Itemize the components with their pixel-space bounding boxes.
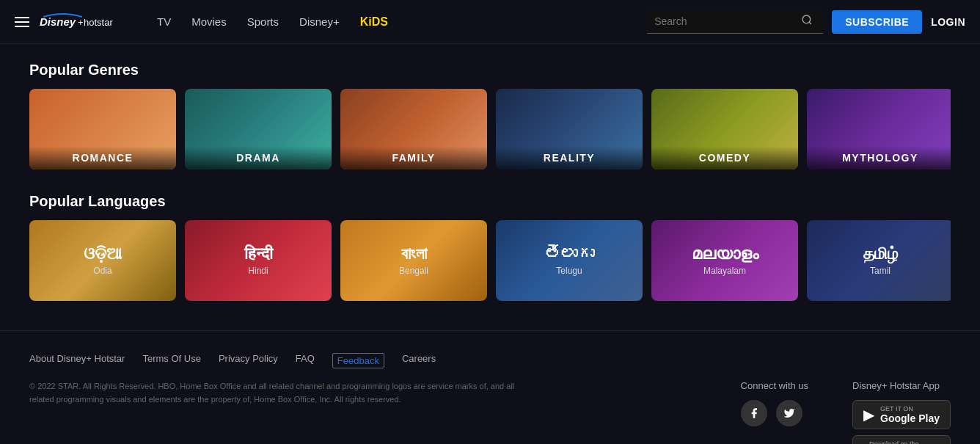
connect-section: Connect with us [741, 380, 809, 444]
svg-text:hotstar: hotstar [84, 17, 113, 28]
lang-english-tamil: Tamil [870, 266, 891, 276]
genre-label-mythology: MYTHOLOGY [807, 146, 951, 170]
lang-english-telugu: Telugu [556, 266, 582, 276]
app-store-small: Download on the [869, 440, 919, 444]
login-button[interactable]: LOGIN [931, 16, 965, 28]
twitter-icon[interactable] [776, 400, 802, 426]
header-right: SUBSCRIBE LOGIN [647, 10, 965, 34]
popular-genres-section: Popular Genres ROMANCE DRAMA FAMILY REAL… [29, 62, 951, 170]
genre-label-reality: REALITY [496, 146, 643, 170]
lang-card-bengali[interactable]: বাংলা Bengali [340, 220, 487, 301]
nav-kids[interactable]: KiDS [360, 15, 388, 29]
lang-english-bengali: Bengali [399, 266, 428, 276]
genres-section-title: Popular Genres [29, 62, 951, 79]
app-store-text: Download on the App Store [869, 440, 919, 444]
lang-native-tamil: தமிழ் [863, 245, 898, 263]
google-play-small: GET IT ON [880, 405, 940, 412]
genre-label-drama: DRAMA [185, 146, 332, 170]
header: Disney + hotstar TV Movies Sports Disney… [0, 0, 980, 44]
app-title: Disney+ Hotstar App [852, 380, 951, 391]
google-play-large: Google Play [880, 412, 940, 424]
language-grid: ଓଡ଼ିଆ Odia हिन्दी Hindi বাংলা Bengali తె… [29, 220, 951, 301]
svg-point-3 [802, 15, 811, 23]
svg-text:Disney: Disney [40, 15, 76, 28]
lang-card-tamil[interactable]: தமிழ் Tamil [807, 220, 951, 301]
lang-native-telugu: తెలుగు [544, 245, 594, 263]
genre-label-comedy: COMEDY [651, 146, 798, 170]
footer-bottom: © 2022 STAR. All Rights Reserved. HBO, H… [29, 380, 951, 444]
genre-label-romance: ROMANCE [29, 146, 176, 170]
lang-english-hindi: Hindi [248, 266, 268, 276]
svg-text:+: + [78, 17, 84, 28]
lang-card-odia[interactable]: ଓଡ଼ିଆ Odia [29, 220, 176, 301]
footer-link-terms[interactable]: Terms Of Use [142, 353, 200, 368]
genre-card-comedy[interactable]: COMEDY [651, 89, 798, 170]
social-icons [741, 400, 809, 426]
search-icon [801, 14, 813, 29]
lang-card-malayalam[interactable]: മലയാളം Malayalam [651, 220, 798, 301]
footer-right-sections: Connect with us Disney+ Hot [741, 380, 951, 444]
logo[interactable]: Disney + hotstar [40, 10, 135, 34]
footer-link-privacy[interactable]: Privacy Policy [219, 353, 278, 368]
lang-native-hindi: हिन्दी [244, 245, 273, 263]
nav-sports[interactable]: Sports [247, 15, 279, 28]
subscribe-button[interactable]: SUBSCRIBE [832, 10, 922, 34]
footer-link-faq[interactable]: FAQ [296, 353, 315, 368]
popular-languages-section: Popular Languages ଓଡ଼ିଆ Odia हिन्दी Hind… [29, 193, 951, 301]
footer: About Disney+ Hotstar Terms Of Use Priva… [0, 330, 980, 444]
facebook-icon[interactable] [741, 400, 767, 426]
main-nav: TV Movies Sports Disney+ KiDS [157, 15, 388, 29]
lang-native-bengali: বাংলা [401, 245, 427, 263]
app-section: Disney+ Hotstar App ▶ GET IT ON Google P… [852, 380, 951, 444]
genre-label-family: FAMILY [340, 146, 487, 170]
lang-card-hindi[interactable]: हिन्दी Hindi [185, 220, 332, 301]
svg-line-4 [809, 22, 811, 24]
app-store-button[interactable]: Download on the App Store [852, 435, 951, 444]
genre-card-drama[interactable]: DRAMA [185, 89, 332, 170]
genre-card-mythology[interactable]: MYTHOLOGY [807, 89, 951, 170]
google-play-button[interactable]: ▶ GET IT ON Google Play [852, 400, 951, 429]
footer-copyright: © 2022 STAR. All Rights Reserved. HBO, H… [29, 380, 528, 406]
connect-title: Connect with us [741, 380, 809, 391]
lang-native-malayalam: മലയാളം [692, 245, 758, 263]
google-play-text: GET IT ON Google Play [880, 405, 940, 424]
footer-link-careers[interactable]: Careers [402, 353, 436, 368]
genre-card-romance[interactable]: ROMANCE [29, 89, 176, 170]
languages-section-title: Popular Languages [29, 193, 951, 210]
nav-disneyplus[interactable]: Disney+ [299, 15, 340, 28]
genre-card-family[interactable]: FAMILY [340, 89, 487, 170]
footer-links: About Disney+ Hotstar Terms Of Use Priva… [29, 353, 951, 368]
footer-link-feedback[interactable]: Feedback [332, 353, 384, 368]
lang-card-telugu[interactable]: తెలుగు Telugu [496, 220, 643, 301]
lang-english-malayalam: Malayalam [703, 266, 746, 276]
lang-english-odia: Odia [93, 266, 111, 276]
nav-tv[interactable]: TV [157, 15, 171, 28]
google-play-icon: ▶ [863, 406, 874, 423]
genre-grid: ROMANCE DRAMA FAMILY REALITY COMEDY MYTH… [29, 89, 951, 170]
hamburger-menu[interactable] [15, 17, 29, 27]
search-bar[interactable] [647, 10, 823, 34]
genre-card-reality[interactable]: REALITY [496, 89, 643, 170]
app-buttons: ▶ GET IT ON Google Play Download on the … [852, 400, 951, 444]
lang-native-odia: ଓଡ଼ିଆ [84, 245, 122, 263]
search-input[interactable] [654, 15, 801, 27]
nav-movies[interactable]: Movies [191, 15, 227, 28]
main-content: Popular Genres ROMANCE DRAMA FAMILY REAL… [0, 44, 980, 316]
footer-link-about[interactable]: About Disney+ Hotstar [29, 353, 125, 368]
